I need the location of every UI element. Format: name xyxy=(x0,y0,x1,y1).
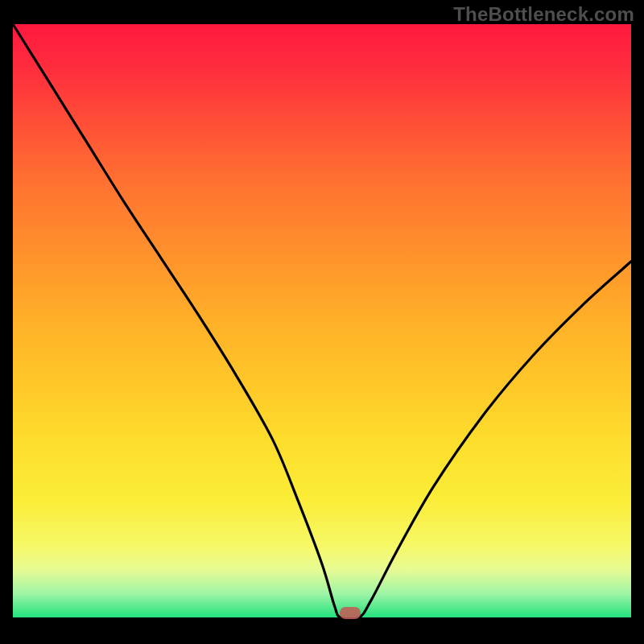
chart-frame: TheBottleneck.com xyxy=(0,0,644,644)
optimum-marker xyxy=(340,607,361,619)
curve-layer xyxy=(13,24,631,617)
plot-area xyxy=(13,24,631,617)
watermark-text: TheBottleneck.com xyxy=(453,3,634,26)
bottleneck-curve xyxy=(13,24,631,619)
